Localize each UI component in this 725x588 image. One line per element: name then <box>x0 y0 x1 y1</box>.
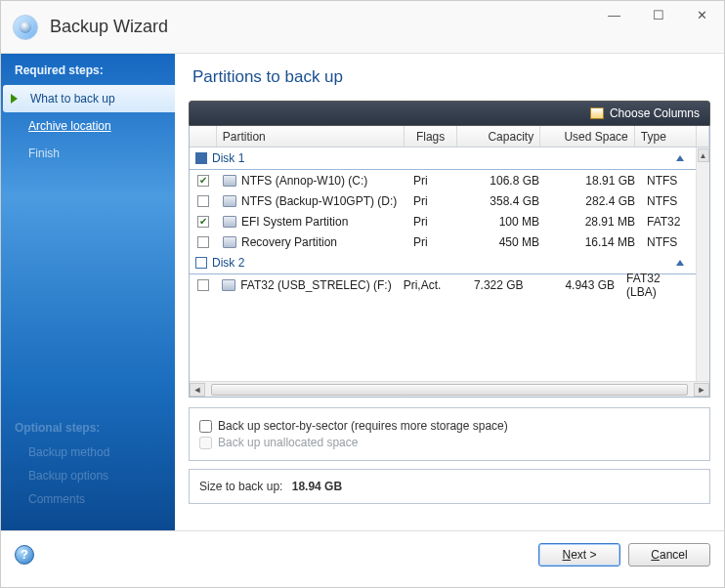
next-button[interactable]: Next > <box>538 543 620 567</box>
window-controls: — ☐ ✕ <box>592 1 724 28</box>
disk-icon <box>223 175 236 187</box>
sector-by-sector-option[interactable]: Back up sector-by-sector (requires more … <box>199 419 700 433</box>
col-header-type[interactable]: Type <box>635 126 697 147</box>
window-title: Backup Wizard <box>50 17 168 37</box>
required-steps-title: Required steps: <box>1 54 175 85</box>
maximize-button[interactable]: ☐ <box>636 1 680 28</box>
minimize-button[interactable]: — <box>592 1 636 28</box>
partition-type: NTFS <box>641 235 683 249</box>
app-icon <box>13 15 38 40</box>
partition-name: EFI System Partition <box>241 215 348 229</box>
disk-icon <box>223 195 236 207</box>
optional-comments[interactable]: Comments <box>1 487 175 511</box>
sector-label: Back up sector-by-sector (requires more … <box>218 419 508 433</box>
disk-checkbox[interactable] <box>195 152 207 164</box>
partition-row[interactable]: NTFS (Backup-W10GPT) (D:)Pri358.4 GB282.… <box>190 190 696 211</box>
disk-name: Disk 1 <box>212 151 244 165</box>
partition-used: 4.943 GB <box>530 278 621 292</box>
col-header-flags[interactable]: Flags <box>405 126 457 147</box>
backup-options-box: Back up sector-by-sector (requires more … <box>189 407 710 461</box>
step-archive-location[interactable]: Archive location <box>1 112 175 140</box>
unallocated-checkbox <box>199 437 212 449</box>
size-label: Size to back up: <box>199 480 282 493</box>
col-header-checkbox[interactable] <box>190 126 217 147</box>
partition-capacity: 7.322 GB <box>448 278 529 292</box>
unallocated-label: Back up unallocated space <box>218 436 358 449</box>
optional-backup-options[interactable]: Backup options <box>1 464 175 487</box>
size-summary: Size to back up: 18.94 GB <box>189 469 710 504</box>
partition-flags: Pri,Act. <box>398 278 449 292</box>
columns-icon <box>590 107 604 119</box>
partition-name: FAT32 (USB_STRELEC) (F:) <box>240 278 391 292</box>
partition-row[interactable]: FAT32 (USB_STRELEC) (F:)Pri,Act.7.322 GB… <box>190 274 696 295</box>
partition-checkbox[interactable]: ✔ <box>197 175 209 187</box>
disk-icon <box>223 216 236 228</box>
partition-used: 16.14 MB <box>545 235 641 249</box>
partition-grid: Partition Flags Capacity Used Space Type… <box>189 126 710 398</box>
partition-row[interactable]: Recovery PartitionPri450 MB16.14 MBNTFS <box>190 231 696 252</box>
partition-used: 28.91 MB <box>545 215 641 229</box>
sector-checkbox[interactable] <box>199 420 212 433</box>
col-header-used[interactable]: Used Space <box>540 126 635 147</box>
toolbar: Choose Columns <box>189 101 710 126</box>
disk-checkbox[interactable] <box>195 257 207 269</box>
close-button[interactable]: ✕ <box>680 1 724 28</box>
col-header-partition[interactable]: Partition <box>217 126 405 147</box>
step-finish[interactable]: Finish <box>1 140 175 167</box>
partition-flags: Pri <box>407 174 461 188</box>
partition-checkbox[interactable] <box>197 279 209 291</box>
size-value: 18.94 GB <box>292 480 342 493</box>
footer: ? Next > Cancel <box>1 530 724 577</box>
partition-flags: Pri <box>407 194 461 208</box>
choose-columns-button[interactable]: Choose Columns <box>610 106 700 120</box>
partition-used: 18.91 GB <box>545 174 641 188</box>
help-icon[interactable]: ? <box>15 545 34 565</box>
partition-checkbox[interactable] <box>197 236 209 248</box>
partition-name: NTFS (Backup-W10GPT) (D:) <box>241 194 397 208</box>
main-panel: Partitions to back up Choose Columns Par… <box>175 54 724 530</box>
unallocated-option: Back up unallocated space <box>199 436 700 449</box>
partition-type: NTFS <box>641 174 683 188</box>
partition-type: FAT32 (LBA) <box>620 272 696 299</box>
cancel-button[interactable]: Cancel <box>628 543 710 567</box>
partition-capacity: 358.4 GB <box>461 194 545 208</box>
disk-icon <box>223 236 236 248</box>
optional-steps-title: Optional steps: <box>1 415 175 441</box>
scroll-thumb[interactable] <box>211 384 688 396</box>
partition-name: Recovery Partition <box>241 235 337 249</box>
grid-header: Partition Flags Capacity Used Space Type <box>190 126 709 147</box>
sidebar: Required steps: What to back up Archive … <box>1 54 175 530</box>
titlebar: Backup Wizard — ☐ ✕ <box>1 1 724 54</box>
disk-group[interactable]: Disk 1 <box>190 147 696 170</box>
collapse-icon[interactable] <box>676 155 684 161</box>
partition-checkbox[interactable]: ✔ <box>197 216 209 228</box>
page-title: Partitions to back up <box>192 67 710 87</box>
grid-body: Disk 1✔NTFS (Annop-W10) (C:)Pri106.8 GB1… <box>190 147 696 381</box>
disk-name: Disk 2 <box>212 256 244 270</box>
partition-row[interactable]: ✔NTFS (Annop-W10) (C:)Pri106.8 GB18.91 G… <box>190 170 696 190</box>
disk-icon <box>222 279 235 291</box>
partition-capacity: 106.8 GB <box>461 174 545 188</box>
partition-type: NTFS <box>641 194 683 208</box>
partition-name: NTFS (Annop-W10) (C:) <box>241 174 367 188</box>
partition-row[interactable]: ✔EFI System PartitionPri100 MB28.91 MBFA… <box>190 211 696 231</box>
step-what-to-back-up[interactable]: What to back up <box>3 85 175 112</box>
scroll-left-icon[interactable]: ◄ <box>190 383 205 397</box>
partition-capacity: 450 MB <box>461 235 545 249</box>
optional-backup-method[interactable]: Backup method <box>1 441 175 464</box>
scroll-right-icon[interactable]: ► <box>694 383 709 397</box>
partition-capacity: 100 MB <box>461 215 545 229</box>
partition-type: FAT32 <box>641 215 686 229</box>
optional-steps: Optional steps: Backup method Backup opt… <box>1 415 175 511</box>
scroll-up-icon[interactable]: ▲ <box>698 148 709 162</box>
col-header-capacity[interactable]: Capacity <box>457 126 540 147</box>
partition-used: 282.4 GB <box>545 194 641 208</box>
vertical-scrollbar[interactable]: ▲ <box>696 147 709 381</box>
partition-checkbox[interactable] <box>197 195 209 207</box>
horizontal-scrollbar[interactable]: ◄ ► <box>190 381 709 397</box>
partition-flags: Pri <box>407 235 461 249</box>
partition-flags: Pri <box>407 215 461 229</box>
collapse-icon[interactable] <box>676 260 684 266</box>
